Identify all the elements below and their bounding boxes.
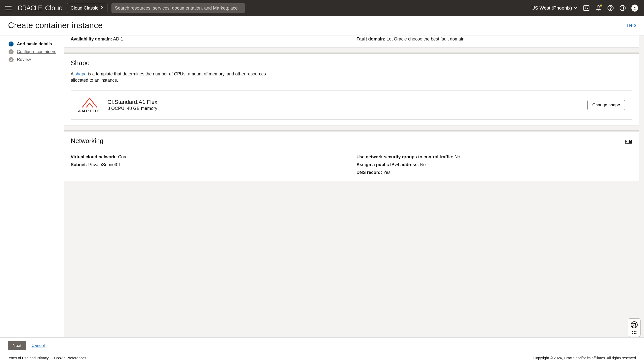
shape-name: CI.Standard.A1.Flex — [107, 99, 581, 105]
public-ip-label: Assign a public IPv4 address: — [356, 162, 419, 167]
region-selector[interactable]: US West (Phoenix) — [530, 5, 579, 11]
wizard-action-bar: Next Cancel — [0, 337, 644, 354]
svg-point-6 — [633, 324, 635, 326]
fault-domain-label: Fault domain: — [356, 36, 385, 41]
step-configure-containers[interactable]: 2 Configure containers — [9, 49, 60, 54]
wizard-content: Availability domain: AD-1 Fault domain: … — [64, 35, 644, 337]
svg-point-4 — [634, 7, 635, 8]
svg-point-2 — [610, 10, 611, 10]
main-area: 1 Add basic details 2 Configure containe… — [0, 35, 644, 337]
cookie-prefs-link[interactable]: Cookie Preferences — [54, 356, 86, 360]
step-label: Configure containers — [17, 49, 56, 54]
subnet-label: Subnet: — [71, 162, 87, 167]
nsg-value: No — [455, 154, 460, 159]
shape-selection-box: AMPERE CI.Standard.A1.Flex 8 OCPU, 48 GB… — [71, 90, 632, 120]
floating-help-widget[interactable] — [628, 318, 640, 337]
lifesaver-icon — [630, 321, 638, 330]
page-title: Create container instance — [8, 21, 103, 30]
fault-domain-value: Let Oracle choose the best fault domain — [387, 36, 464, 41]
legal-bar: Terms of Use and Privacy Cookie Preferen… — [0, 354, 644, 362]
help-link[interactable]: Help — [627, 23, 636, 28]
dev-tools-icon[interactable] — [583, 5, 590, 11]
region-label: US West (Phoenix) — [532, 5, 572, 11]
svg-rect-0 — [584, 6, 589, 11]
step-number: 3 — [9, 57, 14, 62]
wizard-steps-sidebar: 1 Add basic details 2 Configure containe… — [0, 35, 64, 337]
logo-product: Cloud — [45, 4, 63, 12]
terms-link[interactable]: Terms of Use and Privacy — [7, 356, 49, 360]
nav-menu-button[interactable] — [4, 4, 13, 12]
oracle-cloud-logo[interactable]: ORACLE Cloud — [17, 4, 63, 12]
ampere-logo-text: AMPERE — [78, 109, 101, 113]
step-review[interactable]: 3 Review — [9, 57, 60, 62]
nsg-label: Use network security groups to control t… — [356, 154, 453, 159]
public-ip-value: No — [420, 162, 426, 167]
notification-badge — [600, 5, 602, 7]
availability-domain-value: AD-1 — [113, 36, 123, 41]
globe-icon[interactable] — [619, 5, 626, 11]
step-number: 2 — [9, 49, 14, 54]
grip-dots-icon — [632, 331, 636, 334]
placement-card: Availability domain: AD-1 Fault domain: … — [64, 35, 639, 48]
networking-edit-link[interactable]: Edit — [625, 139, 632, 144]
help-icon[interactable] — [607, 5, 614, 11]
copyright-text: Copyright © 2024, Oracle and/or its affi… — [533, 356, 637, 360]
logo-brand: ORACLE — [18, 4, 42, 12]
ampere-logo: AMPERE — [78, 97, 101, 113]
change-shape-button[interactable]: Change shape — [587, 100, 625, 110]
profile-icon[interactable] — [631, 5, 638, 11]
cloud-classic-button[interactable]: Cloud Classic — [67, 3, 107, 13]
step-label: Review — [17, 57, 31, 62]
global-header: ORACLE Cloud Cloud Classic US West (Phoe… — [0, 0, 644, 16]
global-search-input[interactable] — [111, 3, 245, 13]
networking-card: Networking Edit Virtual cloud network: C… — [64, 130, 639, 181]
networking-heading: Networking — [71, 137, 103, 145]
vcn-label: Virtual cloud network: — [71, 154, 117, 159]
vcn-value: Core — [118, 154, 128, 159]
chevron-down-icon — [574, 6, 577, 10]
step-number: 1 — [9, 41, 14, 47]
dns-record-label: DNS record: — [356, 170, 382, 175]
dns-record-value: Yes — [383, 170, 391, 175]
cloud-classic-label: Cloud Classic — [71, 6, 98, 11]
shape-heading: Shape — [71, 59, 632, 67]
notifications-icon[interactable] — [595, 5, 602, 11]
shape-description: A shape is a template that determines th… — [71, 71, 285, 83]
search-wrap — [111, 3, 245, 13]
subnet-value: PrivateSubnet01 — [88, 162, 121, 167]
shape-card: Shape A shape is a template that determi… — [64, 53, 639, 125]
step-add-basic-details[interactable]: 1 Add basic details — [9, 41, 60, 47]
step-label: Add basic details — [17, 41, 52, 47]
cancel-link[interactable]: Cancel — [31, 343, 45, 348]
chevron-right-icon — [100, 6, 104, 10]
page-title-row: Create container instance Help — [0, 16, 644, 35]
next-button[interactable]: Next — [8, 341, 26, 350]
shape-specs: 8 OCPU, 48 GB memory — [107, 106, 581, 111]
header-icons — [583, 5, 640, 11]
availability-domain-label: Availability domain: — [71, 36, 112, 41]
shape-doc-link[interactable]: shape — [75, 71, 87, 76]
